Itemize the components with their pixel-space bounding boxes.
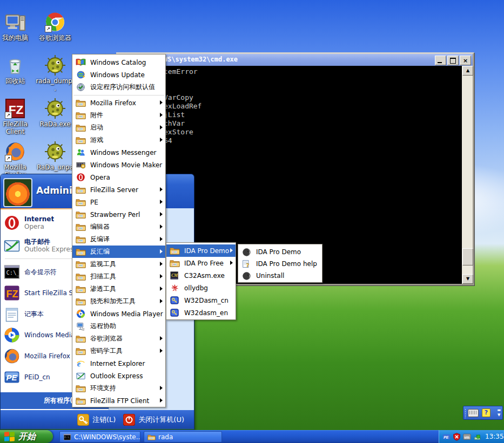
disasm-menu-item[interactable]: ollydbg	[166, 282, 236, 294]
cmd-titlebar[interactable]: C:\ C:\WINDOWS\system32\cmd.exe ×	[118, 54, 473, 66]
programs-menu-item[interactable]: 渗透工具	[72, 283, 165, 295]
submenu-arrow-icon	[160, 224, 163, 229]
programs-menu-item[interactable]: 游戏	[72, 134, 165, 146]
folder-icon	[76, 396, 86, 405]
desktop-icon-label: 我的电脑	[0, 34, 35, 42]
programs-menu-item[interactable]: 环境支持	[72, 382, 165, 394]
task-label: rada	[158, 433, 173, 441]
shortcut-arrow-icon: ↗	[5, 112, 12, 119]
puffer-icon	[45, 141, 65, 162]
desktop-icon-label: 谷歌浏览器	[36, 34, 75, 42]
programs-menu-item[interactable]: Windows Update	[72, 69, 165, 81]
tray-vm-icon[interactable]: vm	[463, 433, 471, 441]
logoff-button[interactable]: 注销(L)	[77, 414, 116, 426]
desktop-icon-firefox[interactable]: ↗ Mozilla Firefox	[0, 141, 35, 179]
minimize-button[interactable]	[435, 56, 446, 65]
help-icon[interactable]: ?	[482, 408, 490, 417]
language-bar-grip[interactable]	[465, 408, 466, 418]
programs-menu-item[interactable]: Windows Movie Maker	[72, 159, 165, 171]
tray-greentray-icon[interactable]	[473, 433, 481, 441]
programs-menu-item[interactable]: FileZilla Server	[72, 183, 165, 196]
ie-icon: e	[76, 359, 86, 368]
menu-item-label: 反汇编	[90, 247, 110, 256]
programs-menu-item[interactable]: 谷歌浏览器	[72, 332, 165, 345]
menu-item-label: Windows Media Player	[90, 310, 163, 318]
taskbar-task-rada[interactable]: rada	[144, 431, 222, 442]
menu-item-label: 反编译	[90, 235, 110, 244]
tray-peid-icon[interactable]: PE	[442, 433, 451, 441]
programs-menu-item[interactable]: 反汇编	[72, 246, 165, 258]
desktop-icon-label: 回收站	[0, 77, 35, 85]
shortcut-arrow-icon: ↗	[45, 25, 52, 32]
programs-menu-item[interactable]: 扫描工具	[72, 270, 165, 283]
desktop-icon-label: rada_dump..	[36, 77, 75, 92]
disasm-menu-item[interactable]: W32Dasm_cn	[166, 294, 236, 306]
programs-menu-item[interactable]: 反编译	[72, 233, 165, 246]
opera-icon	[76, 173, 86, 182]
ida-menu-item[interactable]: Uninstall	[238, 270, 322, 282]
notepad-icon	[4, 306, 20, 322]
language-bar[interactable]: ? ▬▼	[463, 406, 503, 420]
programs-menu-item[interactable]: 监视工具	[72, 258, 165, 270]
disasm-menu-item[interactable]: W32dasm_en	[166, 306, 236, 319]
maximize-button[interactable]	[447, 56, 459, 65]
programs-menu-item[interactable]: 密码学工具	[72, 345, 165, 357]
desktop-icon-filezilla[interactable]: FZ↗ FileZilla Client	[0, 98, 35, 135]
submenu-arrow-icon	[160, 287, 163, 291]
desktop-icon-recycle[interactable]: 回收站	[0, 55, 35, 85]
scroll-down-button[interactable]: ▼	[462, 274, 473, 284]
submenu-arrow-icon	[160, 349, 163, 353]
start-menu-item-label: 命令提示符	[24, 268, 57, 276]
menu-item-label: Windows Update	[90, 71, 145, 79]
scroll-up-button[interactable]: ▲	[462, 66, 473, 76]
submenu-arrow-icon	[160, 212, 163, 216]
chrome-icon: ↗	[45, 12, 65, 32]
folder-icon	[76, 346, 86, 356]
programs-menu-item[interactable]: 远程协助	[72, 320, 165, 332]
programs-menu-item[interactable]: e Internet Explorer	[72, 357, 165, 370]
disasm-menu-item[interactable]: IDA Pro Free	[166, 257, 236, 269]
programs-menu-item[interactable]: 脱壳和加壳工具	[72, 295, 165, 308]
programs-menu-item[interactable]: 编辑器	[72, 221, 165, 233]
programs-menu-item[interactable]: 设定程序访问和默认值	[72, 81, 165, 93]
disasm-menu-item[interactable]: CM C32Asm.exe	[166, 269, 236, 282]
programs-menu-item[interactable]: 附件	[72, 109, 165, 121]
language-bar-options-icon[interactable]: ▬▼	[497, 408, 501, 418]
programs-menu-item[interactable]: Windows Catalog	[72, 56, 165, 69]
submenu-arrow-icon	[160, 113, 163, 117]
submenu-arrow-icon	[160, 237, 163, 241]
ida-menu-item[interactable]: ? IDA Pro Demo help	[238, 258, 322, 270]
menu-item-label: Strawberry Perl	[90, 211, 140, 219]
oe-icon	[4, 237, 20, 254]
desktop-icon-puffer[interactable]: RaDa.exe	[36, 98, 75, 128]
programs-menu-item[interactable]: Windows Media Player	[72, 308, 165, 320]
desktop-icon-puffer[interactable]: rada_dump..	[36, 55, 75, 92]
desktop-icon-puffer[interactable]: RaDa_unpa..	[36, 141, 75, 179]
menu-item-label: Internet Explorer	[90, 360, 145, 367]
programs-menu-item[interactable]: PE	[72, 196, 165, 208]
programs-menu-item[interactable]: 启动	[72, 121, 165, 134]
menu-item-label: 远程协助	[90, 322, 116, 331]
programs-menu-item[interactable]: Windows Messenger	[72, 146, 165, 159]
desktop-icon-mycomputer[interactable]: 我的电脑	[0, 12, 35, 42]
programs-menu-item[interactable]: Outlook Express	[72, 370, 165, 382]
folder-icon	[76, 197, 86, 207]
start-button[interactable]: 开始	[0, 430, 53, 443]
close-button[interactable]: ×	[460, 56, 471, 65]
shutdown-button[interactable]: 关闭计算机(U)	[123, 414, 184, 426]
programs-menu-item[interactable]: Mozilla Firefox	[72, 97, 165, 109]
all-programs-menu: Windows Catalog Windows Update 设定程序访问和默认…	[72, 54, 166, 407]
disasm-menu-item[interactable]: IDA Pro Demo	[166, 244, 236, 257]
scroll-thumb[interactable]	[462, 248, 473, 265]
programs-menu-item[interactable]: FileZilla FTP Client	[72, 394, 165, 407]
ida-menu-item[interactable]: IDA Pro Demo	[238, 246, 322, 258]
programs-menu-item[interactable]: Strawberry Perl	[72, 208, 165, 221]
tray-shield-icon[interactable]	[453, 433, 461, 441]
key-icon	[77, 414, 89, 426]
taskbar-task-cmd[interactable]: C:\_ C:\WINDOWS\syste...	[59, 431, 140, 442]
desktop-icon-chrome[interactable]: ↗ 谷歌浏览器	[36, 12, 75, 42]
programs-menu-item[interactable]: Opera	[72, 171, 165, 183]
console-scrollbar[interactable]: ▲ ▼	[462, 66, 473, 284]
keyboard-icon[interactable]	[468, 409, 479, 417]
menu-item-label: 渗透工具	[90, 284, 116, 294]
